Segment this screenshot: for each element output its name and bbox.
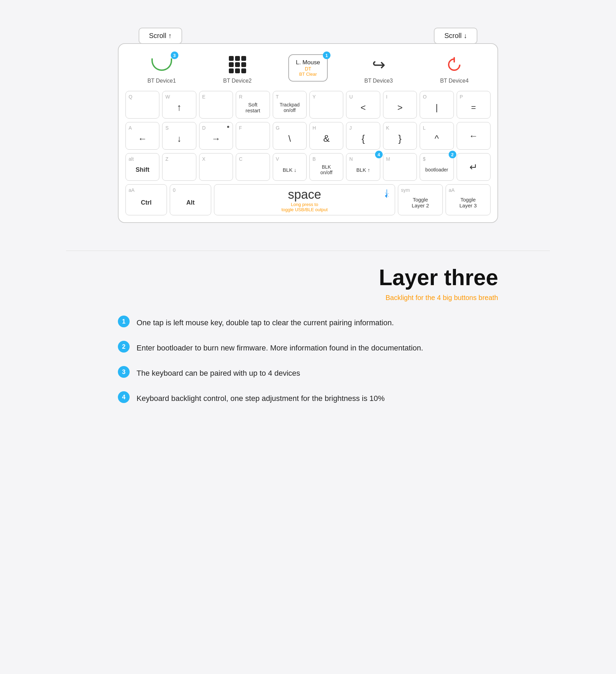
info-section: Layer three Backlight for the 4 big butt… — [118, 265, 498, 416]
key-enter[interactable] — [457, 153, 491, 181]
bt4-icon-wrap — [440, 54, 468, 75]
bt2-icon — [229, 56, 246, 73]
key-bootloader-badge: 2 — [449, 151, 456, 158]
note-text-3: The keyboard can be paired with up to 4 … — [137, 366, 300, 379]
key-f[interactable]: F — [236, 122, 270, 150]
key-g[interactable]: G \ — [273, 122, 307, 150]
key-o[interactable]: O | — [420, 91, 454, 119]
bt-row: 3 BT Device1 BT Device2 1 — [125, 51, 491, 87]
section-divider — [66, 251, 550, 251]
key-toggle-layer3[interactable]: aA ToggleLayer 3 — [446, 184, 491, 215]
bt-device2-key[interactable]: BT Device2 — [210, 54, 265, 84]
key-x[interactable]: X — [199, 153, 233, 181]
note-item-2: 2 Enter bootloader to burn new firmware.… — [118, 341, 498, 354]
key-q[interactable]: Q — [125, 91, 159, 119]
bt3-icon: ↩ — [372, 55, 385, 74]
key-d-dot — [227, 126, 229, 128]
key-e[interactable]: E — [199, 91, 233, 119]
bt2-label: BT Device2 — [223, 78, 252, 84]
scroll-up-button[interactable]: Scroll ↑ — [139, 28, 182, 44]
note-item-4: 4 Keyboard backlight control, one step a… — [118, 391, 498, 404]
key-shift[interactable]: alt Shift — [125, 153, 159, 181]
key-c[interactable]: C — [236, 153, 270, 181]
note-badge-2: 2 — [118, 341, 130, 353]
key-bootloader[interactable]: 2 $ bootloader — [420, 153, 454, 181]
lmouse-badge: 1 — [323, 52, 330, 59]
key-n-badge: 4 — [375, 151, 383, 158]
key-n-blk-up[interactable]: 4 N BLK ↑ — [346, 153, 380, 181]
scroll-buttons-row: Scroll ↑ Scroll ↓ — [118, 28, 498, 44]
bt1-icon-wrap: 3 — [148, 54, 176, 75]
key-s[interactable]: S ↓ — [162, 122, 196, 150]
bt3-icon-wrap: ↩ — [365, 54, 392, 75]
key-row-1: Q W ↑ E R Softrestart T Trackpadon/off Y — [125, 91, 491, 119]
note-badge-1: 1 — [118, 316, 130, 327]
note-badge-4: 4 — [118, 391, 130, 403]
key-row-4: aA Ctrl 0 Alt space Long press totoggle … — [125, 184, 491, 215]
note-text-1: One tap is left mouse key, double tap to… — [137, 316, 394, 328]
note-badge-3: 3 — [118, 366, 130, 378]
bt4-icon — [447, 57, 462, 72]
key-backspace[interactable] — [457, 122, 491, 150]
lmouse-bt-label: BT Clear — [296, 72, 320, 77]
space-subtitle: Long press totoggle USB/BLE output — [217, 202, 392, 212]
bt1-label: BT Device1 — [147, 78, 176, 84]
bt3-label: BT Device3 — [364, 78, 393, 84]
bt-device3-key[interactable]: ↩ BT Device3 — [351, 54, 406, 84]
bt2-icon-wrap — [224, 54, 251, 75]
lmouse-key[interactable]: 1 L. Mouse DT BT Clear — [286, 54, 330, 84]
key-j[interactable]: J { — [346, 122, 380, 150]
key-w[interactable]: W ↑ — [162, 91, 196, 119]
bluetooth-icon — [384, 189, 390, 200]
key-k[interactable]: K } — [383, 122, 417, 150]
key-space[interactable]: space Long press totoggle USB/BLE output — [214, 184, 395, 215]
bt1-badge: 3 — [171, 52, 178, 59]
layer-title: Layer three — [118, 265, 498, 290]
note-item-3: 3 The keyboard can be paired with up to … — [118, 366, 498, 379]
key-v-blk-down[interactable]: V BLK ↓ — [273, 153, 307, 181]
layer-subtitle: Backlight for the 4 big buttons breath — [118, 294, 498, 302]
lmouse-box: 1 L. Mouse DT BT Clear — [288, 54, 328, 82]
keyboard-body: 3 BT Device1 BT Device2 1 — [118, 43, 498, 223]
key-h[interactable]: H & — [309, 122, 343, 150]
note-text-2: Enter bootloader to burn new firmware. M… — [137, 341, 423, 354]
key-r-soft-restart[interactable]: R Softrestart — [236, 91, 270, 119]
scroll-down-button[interactable]: Scroll ↓ — [434, 28, 477, 44]
key-t-trackpad[interactable]: T Trackpadon/off — [273, 91, 307, 119]
lmouse-main-label: L. Mouse — [296, 59, 320, 66]
key-b-blk-onoff[interactable]: B BLKon/off — [309, 153, 343, 181]
key-u[interactable]: U < — [346, 91, 380, 119]
key-m[interactable]: M — [383, 153, 417, 181]
key-a[interactable]: A ← — [125, 122, 159, 150]
key-alt[interactable]: 0 Alt — [170, 184, 211, 215]
key-l[interactable]: L ^ — [420, 122, 454, 150]
note-item-1: 1 One tap is left mouse key, double tap … — [118, 316, 498, 328]
key-ctrl[interactable]: aA Ctrl — [125, 184, 167, 215]
key-row-3: alt Shift Z X C V BLK ↓ B BLKon/off — [125, 153, 491, 181]
keyboard-section: Scroll ↑ Scroll ↓ 3 BT Device1 — [118, 28, 498, 223]
key-toggle-layer2[interactable]: sym ToggleLayer 2 — [398, 184, 443, 215]
bt-device1-key[interactable]: 3 BT Device1 — [134, 54, 189, 84]
key-row-2: A ← S ↓ D → F G \ H & — [125, 122, 491, 150]
key-z[interactable]: Z — [162, 153, 196, 181]
key-d[interactable]: D → — [199, 122, 233, 150]
key-i[interactable]: I > — [383, 91, 417, 119]
bt4-label: BT Device4 — [440, 78, 468, 84]
key-y[interactable]: Y — [309, 91, 343, 119]
bt1-icon — [151, 58, 172, 71]
note-text-4: Keyboard backlight control, one step adj… — [137, 391, 385, 404]
key-p[interactable]: P = — [457, 91, 491, 119]
bt-device4-key[interactable]: BT Device4 — [427, 54, 482, 84]
lmouse-dt-label: DT — [296, 66, 320, 72]
